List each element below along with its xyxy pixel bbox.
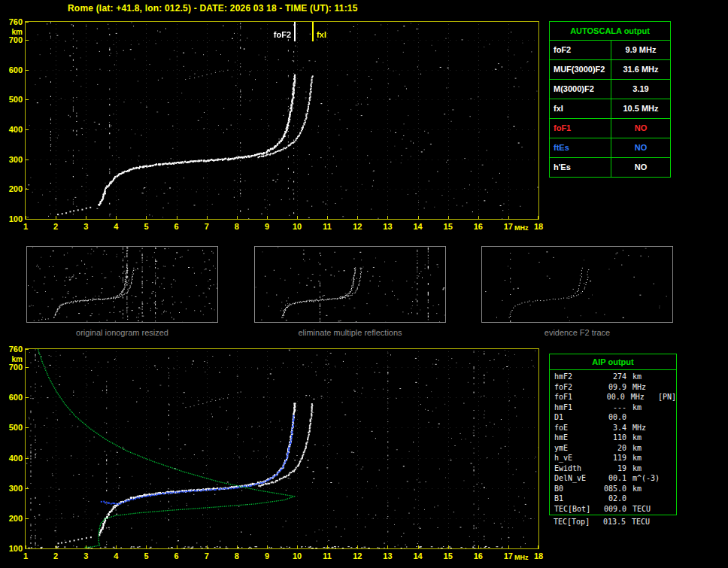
aip-row-value: 09.9 — [599, 382, 626, 393]
aip-row: foE3.4MHz — [550, 423, 676, 433]
y-tick-label: 500 — [2, 95, 23, 104]
y-tick-label: 600 — [2, 65, 23, 74]
autoscala-row: ftEsNO — [550, 138, 670, 158]
x-tick-label: 5 — [141, 222, 151, 231]
aip-row-value: 20 — [599, 443, 626, 454]
aip-row-unit: TECU — [626, 504, 651, 515]
autoscala-row-label: fxI — [550, 99, 611, 118]
aip-row: foF100.0MHz [PN] — [550, 392, 676, 402]
aip-row-value: 00.0 — [599, 392, 625, 402]
x-tick-label: 2 — [50, 222, 61, 231]
thumbnail-reflections: eliminate multiple reflections — [254, 246, 446, 337]
aip-row-label: ymE — [550, 443, 599, 454]
thumbnail-f2trace-caption: evidence F2 trace — [481, 328, 673, 337]
aip-row: TEC[Bot]009.0TECU — [550, 504, 676, 515]
aip-row-value: 02.0 — [599, 494, 626, 504]
aip-row-label: TEC[Top] — [549, 517, 599, 527]
aip-row-unit: km — [626, 433, 642, 443]
aip-row-label: Ewidth — [550, 463, 599, 474]
aip-panel-header: AIP output — [550, 354, 676, 370]
aip-row-unit: km — [626, 443, 642, 454]
autoscala-row-value: 10.5 MHz — [611, 99, 670, 118]
aip-row-unit — [626, 412, 632, 423]
x-tick-label: 17 — [503, 551, 514, 560]
marker-label-fof2: foF2 — [262, 30, 291, 39]
aip-row-label: TEC[Bot] — [550, 504, 599, 515]
x-tick-label: 3 — [80, 222, 91, 231]
x-tick-label: 14 — [413, 551, 423, 560]
x-tick-label: 10 — [292, 551, 302, 560]
aip-row-unit: MHz — [626, 382, 646, 393]
aip-row: B102.0 — [550, 494, 676, 504]
x-tick-label: 8 — [232, 551, 242, 560]
autoscala-row-label: h'Es — [550, 158, 611, 177]
autoscala-row-label: ftEs — [550, 138, 611, 157]
x-tick-label: 13 — [382, 551, 393, 560]
aip-row: ymE20km — [550, 443, 676, 454]
x-tick-label: 13 — [382, 222, 393, 231]
autoscala-row-label: MUF(3000)F2 — [550, 60, 611, 79]
aip-row: Ewidth19km — [550, 463, 676, 474]
x-tick-label: 8 — [232, 222, 242, 231]
autoscala-window: Rome (lat: +41.8, lon: 012.5) - DATE: 20… — [0, 0, 728, 568]
x-tick-label: 17 — [503, 222, 514, 231]
aip-row-unit: km — [626, 484, 642, 494]
y-tick-label: 760 — [2, 17, 23, 26]
y-tick-label: 100 — [2, 544, 23, 553]
aip-row-label: D1 — [550, 412, 599, 423]
x-tick-label: 9 — [262, 551, 272, 560]
autoscala-row-label: M(3000)F2 — [550, 80, 611, 99]
x-tick-label: 4 — [111, 222, 121, 231]
thumbnail-reflections-caption: eliminate multiple reflections — [254, 328, 446, 337]
y-axis-unit: km — [2, 355, 23, 364]
autoscala-row: MUF(3000)F231.6 MHz — [550, 60, 670, 80]
y-tick-label: 400 — [2, 454, 23, 463]
x-tick-label: 18 — [533, 551, 544, 560]
bottom-ionogram-plot: 123456789101112131415161718MHz7607006005… — [25, 348, 539, 549]
x-tick-label: 2 — [50, 551, 61, 560]
autoscala-table-body: foF29.9 MHzMUF(3000)F231.6 MHzM(3000)F23… — [550, 41, 670, 177]
aip-row-label: B0 — [550, 484, 599, 494]
aip-row: hmF1---km — [550, 402, 676, 413]
aip-rows: hmF2274kmfoF209.9MHzfoF100.0MHz [PN]hmF1… — [550, 370, 676, 515]
aip-row-label: hmF1 — [550, 402, 599, 413]
y-tick-label: 200 — [2, 184, 23, 193]
aip-row-unit: TECU — [626, 517, 650, 527]
bottom-ionogram-canvas — [26, 349, 538, 548]
aip-row-label: foF1 — [550, 392, 599, 402]
x-tick-label: 5 — [141, 551, 151, 560]
thumbnail-reflections-canvas — [255, 247, 445, 322]
x-tick-label: 12 — [352, 222, 362, 231]
x-tick-label: 6 — [171, 222, 182, 231]
x-tick-label: 15 — [443, 222, 453, 231]
aip-row-unit: km — [626, 463, 642, 474]
station-title: Rome (lat: +41.8, lon: 012.5) - DATE: 20… — [68, 3, 358, 14]
x-tick-label: 16 — [473, 222, 484, 231]
aip-row-value: 274 — [599, 372, 626, 382]
x-tick-label: 7 — [202, 222, 212, 231]
y-tick-label: 500 — [2, 423, 23, 432]
thumbnail-reflections-frame — [254, 246, 446, 323]
y-axis-unit: km — [2, 28, 23, 37]
aip-row-label: foF2 — [550, 382, 599, 393]
aip-row-value: 19 — [599, 463, 626, 474]
aip-row-value: 013.5 — [599, 517, 626, 527]
aip-row-value: 119 — [599, 453, 626, 463]
aip-row-value: 110 — [599, 433, 626, 443]
aip-row: B0085.0km — [550, 484, 676, 494]
autoscala-row-label: foF2 — [550, 41, 611, 59]
aip-row-unit — [626, 494, 632, 504]
x-tick-label: 14 — [413, 222, 423, 231]
aip-row: foF209.9MHz — [550, 382, 676, 393]
aip-row-label: hmF2 — [550, 372, 599, 382]
x-tick-label: 16 — [473, 551, 484, 560]
y-tick-label: 300 — [2, 484, 23, 493]
aip-row: hmF2274km — [550, 372, 676, 382]
thumbnail-original-canvas — [27, 247, 217, 322]
x-tick-label: 4 — [111, 551, 121, 560]
y-tick-label: 300 — [2, 155, 23, 164]
aip-row-value: 009.0 — [599, 504, 626, 515]
x-tick-label: 10 — [292, 222, 302, 231]
aip-row-label: hmE — [550, 433, 599, 443]
aip-output-panel: AIP output hmF2274kmfoF209.9MHzfoF100.0M… — [549, 354, 677, 515]
